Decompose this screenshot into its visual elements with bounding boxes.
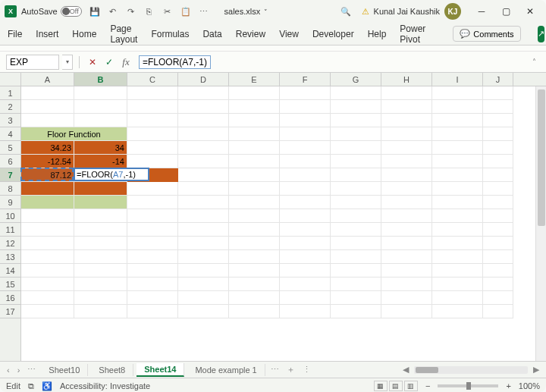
accessibility-status[interactable]: Accessibility: Investigate bbox=[60, 381, 150, 390]
sheet-nav-prev-icon[interactable]: ‹ bbox=[5, 365, 12, 375]
autosave-switch[interactable]: Off bbox=[61, 6, 82, 17]
cell-b9[interactable] bbox=[74, 196, 127, 209]
tab-insert[interactable]: Insert bbox=[36, 26, 58, 42]
tab-review[interactable]: Review bbox=[236, 26, 265, 42]
formula-expand-icon[interactable]: ˄ bbox=[528, 58, 540, 66]
sheet-tab-active[interactable]: Sheet14 bbox=[136, 363, 184, 377]
accessibility-icon[interactable]: ♿ bbox=[42, 381, 52, 391]
scrollbar-thumb[interactable] bbox=[538, 89, 545, 226]
tab-home[interactable]: Home bbox=[72, 26, 96, 42]
user-account[interactable]: ⚠ Kunal Jai Kaushik KJ bbox=[362, 3, 461, 20]
row-header[interactable]: 1 bbox=[0, 86, 20, 100]
cell-merged-header[interactable]: Floor Function bbox=[21, 127, 127, 141]
fx-icon[interactable]: fx bbox=[119, 55, 133, 69]
row-header[interactable]: 8 bbox=[0, 182, 20, 196]
col-header-g[interactable]: G bbox=[331, 73, 381, 86]
zoom-in-icon[interactable]: + bbox=[506, 381, 510, 390]
cell-b8[interactable] bbox=[74, 182, 127, 196]
sheet-tab[interactable]: Sheet10 bbox=[41, 364, 88, 376]
avatar[interactable]: KJ bbox=[444, 3, 461, 20]
filename[interactable]: sales.xlsx ˅ bbox=[153, 7, 339, 16]
add-sheet-icon[interactable]: ＋ bbox=[284, 364, 297, 375]
view-page-layout-icon[interactable]: ▤ bbox=[389, 381, 403, 391]
zoom-slider[interactable] bbox=[438, 384, 498, 387]
col-header-i[interactable]: I bbox=[432, 73, 483, 86]
zoom-out-icon[interactable]: − bbox=[425, 381, 430, 390]
row-header[interactable]: 17 bbox=[0, 305, 20, 318]
row-header[interactable]: 16 bbox=[0, 291, 20, 305]
sheet-tab[interactable]: Mode example 1 bbox=[187, 364, 265, 376]
maximize-button[interactable]: ▢ bbox=[494, 2, 517, 20]
save-icon[interactable]: 💾 bbox=[88, 5, 102, 18]
view-page-break-icon[interactable]: ▥ bbox=[404, 381, 418, 391]
close-button[interactable]: ✕ bbox=[519, 2, 541, 20]
row-header[interactable]: 4 bbox=[0, 127, 20, 141]
redo-icon[interactable]: ↷ bbox=[124, 5, 138, 18]
col-header-d[interactable]: D bbox=[178, 73, 229, 86]
hscroll-right-icon[interactable]: ▶ bbox=[531, 365, 541, 375]
tab-developer[interactable]: Developer bbox=[312, 26, 354, 42]
cell-b5[interactable]: 34 bbox=[74, 141, 127, 155]
scrollbar-thumb[interactable] bbox=[416, 367, 438, 373]
cell-b6[interactable]: -14 bbox=[74, 155, 127, 168]
col-header-e[interactable]: E bbox=[229, 73, 280, 86]
search-icon[interactable]: 🔍 bbox=[339, 5, 353, 18]
tab-formulas[interactable]: Formulas bbox=[151, 26, 189, 42]
row-header[interactable]: 7 bbox=[0, 168, 20, 182]
stats-icon[interactable]: ⧉ bbox=[28, 381, 34, 391]
row-header[interactable]: 12 bbox=[0, 237, 20, 250]
cancel-icon[interactable]: ✕ bbox=[86, 55, 99, 69]
col-header-j[interactable]: J bbox=[483, 73, 513, 86]
cell-a8[interactable] bbox=[21, 182, 74, 196]
minimize-button[interactable]: ─ bbox=[470, 2, 493, 20]
select-all-corner[interactable] bbox=[0, 73, 21, 86]
cell-a5[interactable]: 34.23 bbox=[21, 141, 74, 155]
sheet-nav-overflow-icon[interactable]: ⋯ bbox=[25, 365, 38, 375]
accept-icon[interactable]: ✓ bbox=[102, 55, 116, 69]
share-button[interactable]: ↗ bbox=[538, 26, 544, 42]
editing-cell-b7[interactable]: =FLOOR(A7,-1) bbox=[74, 168, 149, 181]
col-header-f[interactable]: F bbox=[280, 73, 331, 86]
row-header[interactable]: 13 bbox=[0, 250, 20, 264]
col-header-a[interactable]: A bbox=[21, 73, 74, 86]
cell-a6[interactable]: -12.54 bbox=[21, 155, 74, 168]
tab-data[interactable]: Data bbox=[202, 26, 221, 42]
row-header[interactable]: 9 bbox=[0, 196, 20, 209]
zoom-level[interactable]: 100% bbox=[519, 381, 540, 390]
undo-icon[interactable]: ↶ bbox=[106, 5, 120, 18]
name-box[interactable]: EXP bbox=[6, 55, 59, 70]
row-header[interactable]: 3 bbox=[0, 114, 20, 127]
vertical-scrollbar[interactable] bbox=[535, 86, 546, 361]
horizontal-scrollbar[interactable] bbox=[414, 366, 528, 374]
tab-file[interactable]: File bbox=[8, 26, 22, 42]
tab-view[interactable]: View bbox=[279, 26, 299, 42]
sheet-tab[interactable]: Sheet8 bbox=[91, 364, 133, 376]
row-header[interactable]: 14 bbox=[0, 264, 20, 278]
autosave-label: AutoSave bbox=[21, 7, 58, 16]
comments-button[interactable]: 💬 Comments bbox=[453, 26, 520, 42]
cells-area[interactable]: Floor Function 34.2334 -12.54-14 87.12 bbox=[21, 86, 546, 361]
col-header-b[interactable]: B bbox=[74, 73, 127, 86]
col-header-h[interactable]: H bbox=[381, 73, 432, 86]
hscroll-left-icon[interactable]: ◀ bbox=[400, 365, 411, 375]
row-header[interactable]: 5 bbox=[0, 141, 20, 155]
tab-page-layout[interactable]: Page Layout bbox=[110, 20, 137, 48]
autosave-toggle[interactable]: AutoSave Off bbox=[21, 6, 82, 17]
sheet-tab-divider-icon[interactable]: ⋮ bbox=[300, 365, 313, 375]
formula-input[interactable]: =FLOOR(A7,-1) bbox=[136, 55, 525, 70]
name-box-dropdown[interactable]: ▾ bbox=[62, 55, 73, 70]
tab-help[interactable]: Help bbox=[368, 26, 387, 42]
row-header[interactable]: 11 bbox=[0, 223, 20, 237]
view-normal-icon[interactable]: ▦ bbox=[374, 381, 388, 391]
chevron-down-icon[interactable]: ˅ bbox=[262, 8, 268, 16]
row-header[interactable]: 10 bbox=[0, 209, 20, 223]
sheet-tabs-overflow-icon[interactable]: ⋯ bbox=[268, 365, 281, 375]
tab-power-pivot[interactable]: Power Pivot bbox=[400, 20, 425, 48]
sheet-nav-next-icon[interactable]: › bbox=[15, 365, 23, 375]
cell-a9[interactable] bbox=[21, 196, 74, 209]
row-header[interactable]: 6 bbox=[0, 155, 20, 168]
excel-icon: X bbox=[5, 5, 17, 17]
col-header-c[interactable]: C bbox=[127, 73, 178, 86]
row-header[interactable]: 15 bbox=[0, 278, 20, 291]
row-header[interactable]: 2 bbox=[0, 100, 20, 114]
